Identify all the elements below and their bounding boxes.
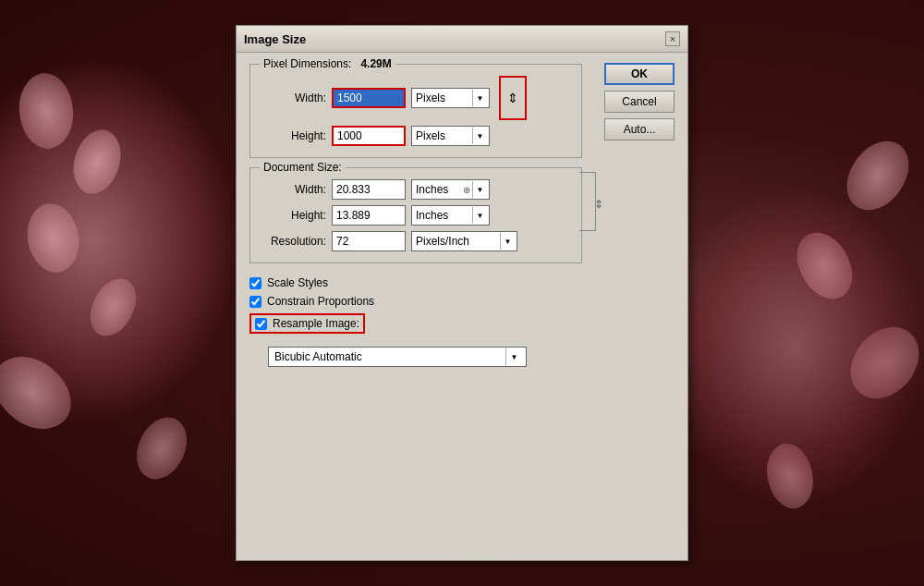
resolution-unit-label: Pixels/Inch — [414, 235, 500, 248]
dialog-wrapper: Image Size × OK Cancel Auto... Pixel Dim… — [0, 0, 924, 586]
pixel-dimensions-section: Pixel Dimensions: 4.29M Width: Pixels ▼ … — [249, 64, 582, 158]
scale-styles-label: Scale Styles — [267, 276, 328, 289]
checkboxes-section: Scale Styles Constrain Proportions Resam… — [249, 273, 675, 343]
doc-width-row: Width: Inches ⊕ ▼ ⇕ — [261, 179, 570, 200]
doc-width-input[interactable] — [332, 179, 406, 200]
pixel-height-input[interactable] — [332, 126, 406, 146]
width-row: Width: Pixels ▼ ⇕ — [261, 76, 570, 120]
button-panel: OK Cancel Auto... — [604, 63, 675, 140]
document-size-section: Document Size: Width: Inches ⊕ ▼ ⇕ — [249, 167, 582, 263]
pixel-width-unit-dropdown[interactable]: Pixels ▼ — [411, 88, 490, 108]
pixel-width-input[interactable] — [332, 88, 406, 108]
doc-width-unit-dropdown[interactable]: Inches ⊕ ▼ — [411, 179, 490, 200]
doc-height-row: Height: Inches ▼ — [261, 205, 570, 226]
resolution-label: Resolution: — [261, 235, 326, 248]
scale-styles-row: Scale Styles — [249, 276, 675, 289]
resample-method-dropdown[interactable]: Bicubic Automatic ▼ — [268, 347, 527, 367]
doc-height-unit-dropdown[interactable]: Inches ▼ — [411, 205, 490, 226]
resolution-unit-arrow: ▼ — [500, 233, 515, 250]
pixel-width-unit-label: Pixels — [414, 92, 472, 104]
reorder-icon: ⊕ — [463, 185, 470, 195]
pixel-height-unit-label: Pixels — [414, 129, 472, 142]
cancel-button[interactable]: Cancel — [604, 91, 675, 113]
close-button[interactable]: × — [665, 31, 680, 46]
doc-height-unit-arrow: ▼ — [472, 207, 487, 224]
doc-width-label: Width: — [261, 183, 326, 196]
scale-styles-checkbox[interactable] — [249, 277, 261, 289]
ok-button[interactable]: OK — [604, 63, 675, 85]
height-row: Height: Pixels ▼ — [261, 126, 570, 146]
dialog-body: OK Cancel Auto... Pixel Dimensions: 4.29… — [237, 53, 687, 378]
pixel-height-unit-dropdown[interactable]: Pixels ▼ — [411, 126, 490, 146]
document-size-label: Document Size: — [260, 161, 346, 174]
doc-height-input[interactable] — [332, 205, 406, 226]
pixel-width-unit-arrow: ▼ — [472, 90, 487, 106]
width-label: Width: — [261, 92, 326, 104]
doc-width-unit-arrow: ▼ — [472, 181, 487, 198]
doc-height-label: Height: — [261, 209, 326, 222]
dialog-title: Image Size — [244, 32, 306, 46]
resample-image-checkbox[interactable] — [255, 318, 267, 330]
resolution-unit-dropdown[interactable]: Pixels/Inch ▼ — [411, 231, 517, 251]
resample-image-label: Resample Image: — [273, 317, 359, 330]
auto-button[interactable]: Auto... — [604, 118, 675, 140]
constrain-proportions-checkbox[interactable] — [249, 296, 261, 308]
dialog-titlebar: Image Size × — [237, 26, 687, 53]
resample-bordered-group: Resample Image: — [249, 313, 365, 334]
resolution-input[interactable] — [332, 231, 406, 251]
constrain-proportions-row: Constrain Proportions — [249, 295, 675, 308]
height-label: Height: — [261, 129, 326, 142]
resample-method-label: Bicubic Automatic — [273, 350, 505, 363]
link-symbol: ⇕ — [507, 91, 518, 105]
doc-chain-icon: ⇕ — [594, 198, 603, 211]
constrain-proportions-label: Constrain Proportions — [267, 295, 374, 308]
image-size-dialog: Image Size × OK Cancel Auto... Pixel Dim… — [236, 25, 688, 561]
pixel-height-unit-arrow: ▼ — [472, 128, 487, 144]
resolution-row: Resolution: Pixels/Inch ▼ — [261, 231, 570, 251]
doc-width-unit-label: Inches — [414, 183, 463, 196]
pixel-link-icon[interactable]: ⇕ — [499, 76, 527, 120]
resample-method-arrow: ▼ — [505, 348, 522, 365]
doc-height-unit-label: Inches — [414, 209, 472, 222]
resample-image-row: Resample Image: — [249, 313, 675, 334]
pixel-dimensions-label: Pixel Dimensions: 4.29M — [260, 57, 395, 70]
